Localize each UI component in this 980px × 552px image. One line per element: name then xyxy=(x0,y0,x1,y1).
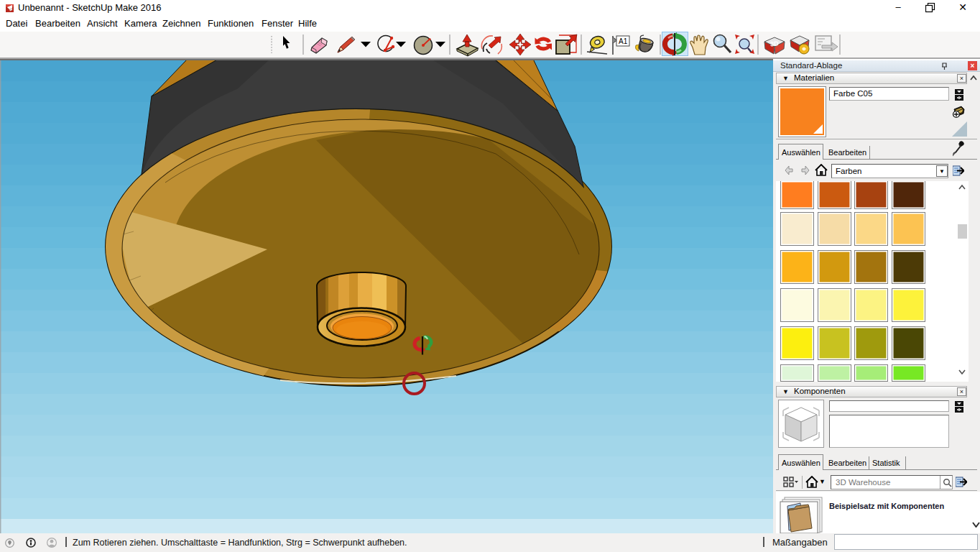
svg-text:3D: 3D xyxy=(770,40,780,48)
svg-text:A1: A1 xyxy=(619,37,628,45)
